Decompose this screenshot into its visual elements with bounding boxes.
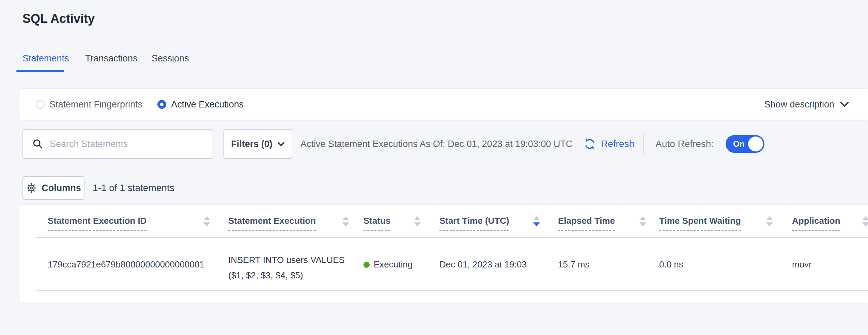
cell-start-time: Dec 01, 2023 at 19:03 <box>439 259 527 270</box>
active-executions-radio[interactable] <box>157 100 166 109</box>
cell-application: movr <box>792 259 812 270</box>
statement-fingerprints-radio[interactable] <box>36 100 45 109</box>
search-input[interactable] <box>50 130 213 158</box>
filters-button-label: Filters (0) <box>231 139 273 149</box>
column-header-start-time[interactable]: Start Time (UTC) <box>439 216 509 226</box>
header-divider <box>36 237 868 238</box>
filter-row: Filters (0) Active Statement Executions … <box>0 129 868 160</box>
column-header-elapsed-time[interactable]: Elapsed Time <box>558 216 615 226</box>
show-description-label: Show description <box>764 99 834 110</box>
as-of-timestamp: Active Statement Executions As Of: Dec 0… <box>300 129 572 159</box>
cell-statement-execution[interactable]: INSERT INTO users VALUES ($1, $2, $3, $4… <box>228 252 345 283</box>
filters-button[interactable]: Filters (0) <box>223 129 292 159</box>
columns-button[interactable]: Columns <box>22 176 84 200</box>
refresh-button[interactable]: Refresh <box>583 129 634 159</box>
chevron-down-icon <box>840 101 849 107</box>
tabs-divider <box>14 72 868 72</box>
cell-time-spent-waiting: 0.0 ns <box>659 259 683 270</box>
row-divider <box>36 290 868 291</box>
statements-table: Statement Execution ID Statement Executi… <box>19 205 868 303</box>
column-header-time-spent-waiting[interactable]: Time Spent Waiting <box>659 216 741 226</box>
auto-refresh-toggle[interactable]: On <box>726 135 764 153</box>
view-mode-bar: Statement Fingerprints Active Executions… <box>19 89 868 120</box>
page-title: SQL Activity <box>22 12 95 26</box>
refresh-icon <box>583 137 596 150</box>
refresh-label: Refresh <box>601 139 634 149</box>
sort-icon[interactable] <box>639 216 646 227</box>
sort-icon[interactable] <box>862 216 868 227</box>
column-header-statement-execution[interactable]: Statement Execution <box>228 216 316 226</box>
column-header-application[interactable]: Application <box>792 216 840 226</box>
status-executing-icon <box>363 262 370 268</box>
column-header-statement-execution-id[interactable]: Statement Execution ID <box>48 216 146 226</box>
gear-icon <box>26 183 37 193</box>
columns-button-label: Columns <box>42 183 81 193</box>
sort-icon[interactable] <box>766 216 773 227</box>
tab-transactions[interactable]: Transactions <box>85 53 138 64</box>
sort-icon[interactable] <box>414 216 421 227</box>
column-header-status[interactable]: Status <box>363 216 390 226</box>
sort-icon[interactable] <box>342 216 349 227</box>
auto-refresh-state: On <box>733 139 744 149</box>
tab-sessions[interactable]: Sessions <box>152 53 189 64</box>
active-tab-underline <box>16 70 64 72</box>
sort-icon-active-desc[interactable] <box>533 216 540 227</box>
show-description-toggle[interactable]: Show description <box>764 89 849 120</box>
auto-refresh-label: Auto Refresh: <box>655 129 714 159</box>
search-icon <box>32 138 44 150</box>
vertical-divider <box>643 133 644 155</box>
search-box[interactable] <box>22 129 213 159</box>
toggle-knob <box>748 136 763 151</box>
sql-activity-page: SQL Activity Statements Transactions Ses… <box>0 0 868 335</box>
statement-fingerprints-label[interactable]: Statement Fingerprints <box>49 99 142 110</box>
result-count: 1-1 of 1 statements <box>93 176 174 200</box>
sort-icon[interactable] <box>203 216 210 227</box>
cell-execution-id[interactable]: 179cca7921e679b80000000000000001 <box>48 259 204 270</box>
cell-elapsed-time: 15.7 ms <box>558 259 590 270</box>
chevron-down-icon <box>277 142 285 146</box>
cell-status: Executing <box>363 259 413 270</box>
active-executions-label[interactable]: Active Executions <box>171 99 244 110</box>
tab-statements[interactable]: Statements <box>22 53 69 64</box>
